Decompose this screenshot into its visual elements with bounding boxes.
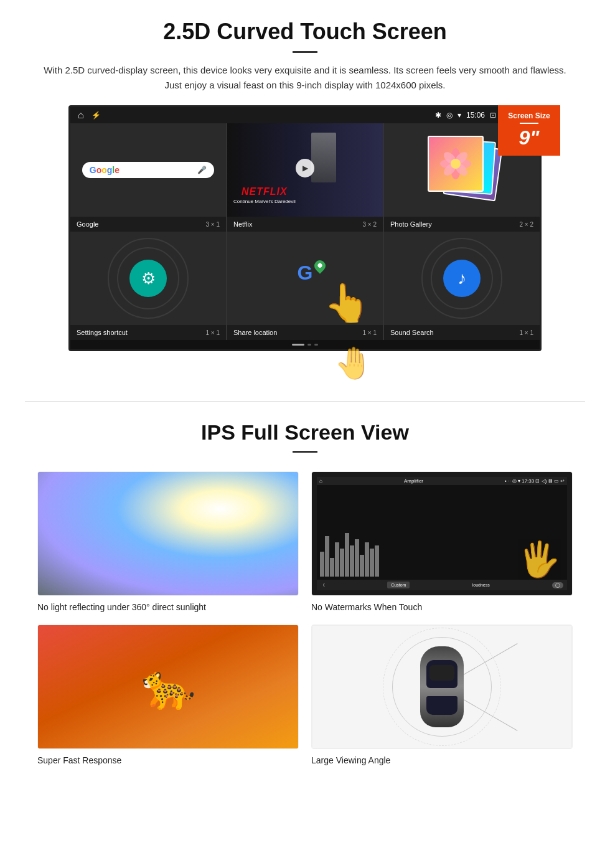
sunlight-bg — [38, 472, 298, 595]
feature-car: Large Viewing Angle — [311, 625, 573, 765]
settings-icon: ⚙ — [129, 260, 167, 297]
eq-bars — [320, 533, 379, 577]
hand-extension: 🤚 — [334, 345, 373, 381]
bar-2 — [325, 536, 329, 577]
maps-tile-label: Share location 1 × 1 — [227, 325, 383, 340]
amplifier-image: ⌂ Amplifier ▪ ·· ◎ ▾ 17:33 ⊡ ◁) ⊠ ▭ ↩ — [311, 471, 573, 596]
amp-nav-btn: 《 — [321, 582, 325, 588]
status-bar-left: ⌂ ⚡ — [78, 110, 101, 121]
google-label: Google — [77, 220, 98, 228]
dot-active — [292, 344, 304, 346]
dot-2 — [314, 344, 318, 346]
app-tile-maps[interactable]: G 👆 Share location 1 × 1 — [227, 232, 383, 340]
sound-icon: ♪ — [443, 260, 481, 297]
location-icon: ◎ — [446, 111, 453, 120]
gallery-stack — [425, 133, 499, 207]
maps-pin — [312, 258, 327, 273]
badge-size: 9" — [507, 126, 551, 149]
maps-size: 1 × 1 — [362, 329, 377, 336]
amp-custom-btn[interactable]: Custom — [387, 582, 410, 588]
amp-home: ⌂ — [319, 478, 322, 484]
stack-front — [428, 136, 484, 192]
amp-toggle[interactable]: ◯ — [552, 582, 563, 588]
netflix-tile-inner: ▶ NETFLIX Continue Marvel's Daredevil — [227, 123, 383, 217]
settings-size: 1 × 1 — [205, 329, 220, 336]
bluetooth-icon: ✱ — [435, 111, 441, 120]
gallery-size: 2 × 2 — [519, 221, 533, 228]
car-bg — [312, 625, 572, 748]
dot-1 — [307, 344, 311, 346]
sunlight-gradient — [38, 472, 298, 595]
share-tile-inner: G 👆 — [227, 232, 383, 325]
section-ips: IPS Full Screen View No light reflecting… — [0, 420, 610, 784]
daredevil-figure — [311, 133, 336, 182]
maps-label: Share location — [233, 329, 277, 336]
camera-icon: ⊡ — [490, 111, 496, 120]
netflix-play-btn[interactable]: ▶ — [296, 159, 314, 177]
g-maps-icon: G — [289, 263, 321, 294]
app-tile-sound[interactable]: ♪ Sound Search 1 × 1 — [384, 232, 540, 340]
netflix-tile-label: Netflix 3 × 2 — [227, 217, 383, 232]
sound-size: 1 × 1 — [519, 329, 533, 336]
netflix-label: Netflix — [233, 220, 253, 228]
svg-point-8 — [451, 159, 461, 169]
google-tile-label: Google 3 × 1 — [70, 217, 226, 232]
device-mockup: Screen Size 9" ⌂ ⚡ ✱ ◎ ▾ 15:06 ⊡ — [68, 105, 542, 351]
home-icon[interactable]: ⌂ — [78, 110, 84, 121]
google-tile-inner: Google 🎤 — [70, 123, 226, 217]
google-search-bar[interactable]: Google 🎤 — [82, 162, 215, 178]
amp-header: ⌂ Amplifier ▪ ·· ◎ ▾ 17:33 ⊡ ◁) ⊠ ▭ ↩ — [317, 477, 567, 485]
netflix-size: 3 × 2 — [362, 221, 377, 228]
app-tile-netflix[interactable]: ▶ NETFLIX Continue Marvel's Daredevil Ne… — [227, 123, 383, 232]
amplifier-caption: No Watermarks When Touch — [311, 602, 573, 612]
app-grid-row1: Google 🎤 Google 3 × 1 — [70, 123, 540, 232]
feature-sunlight: No light reflecting under 360° direct su… — [37, 471, 299, 612]
netflix-subtitle: Continue Marvel's Daredevil — [233, 199, 296, 204]
amp-loudness-label: loudness — [472, 583, 490, 587]
bar-11 — [370, 549, 374, 577]
sound-tile-label: Sound Search 1 × 1 — [384, 325, 540, 340]
app-tile-google[interactable]: Google 🎤 Google 3 × 1 — [70, 123, 226, 232]
mic-icon[interactable]: 🎤 — [197, 166, 207, 174]
hand-decoration: 🤚 — [0, 351, 610, 382]
cheetah-emoji: 🐆 — [38, 625, 298, 748]
cheetah-bg: 🐆 — [38, 625, 298, 748]
netflix-branding: NETFLIX Continue Marvel's Daredevil — [233, 186, 296, 204]
settings-label: Settings shortcut — [77, 329, 128, 336]
bar-8 — [355, 539, 359, 577]
maps-pin-dot — [317, 263, 323, 269]
amp-chart-area: 🖐 — [317, 485, 567, 580]
settings-tile-label: Settings shortcut 1 × 1 — [70, 325, 226, 340]
section2-divider — [293, 451, 317, 453]
cheetah-image: 🐆 — [37, 625, 299, 749]
badge-label: Screen Size — [507, 111, 551, 120]
usb-icon: ⚡ — [92, 111, 101, 120]
amp-title: Amplifier — [404, 478, 423, 484]
bar-12 — [375, 545, 379, 577]
amp-time: ▪ ·· ◎ ▾ 17:33 ⊡ ◁) ⊠ ▭ ↩ — [505, 478, 565, 484]
car-top-view — [420, 646, 464, 727]
title-divider — [293, 51, 317, 53]
app-tile-settings[interactable]: ⚙ Settings shortcut 1 × 1 — [70, 232, 226, 340]
time-display: 15:06 — [466, 111, 485, 120]
bar-7 — [350, 545, 354, 577]
screen-size-badge: Screen Size 9" — [498, 105, 560, 156]
section2-title: IPS Full Screen View — [37, 420, 573, 445]
page-indicator — [70, 340, 540, 349]
car-roof-view — [429, 665, 454, 681]
sound-tile-inner: ♪ — [384, 232, 540, 325]
device-screen: ⌂ ⚡ ✱ ◎ ▾ 15:06 ⊡ ◁) ⊠ ▭ — [68, 105, 542, 351]
page-divider — [25, 401, 585, 402]
car-container — [312, 626, 571, 748]
gallery-tile-label: Photo Gallery 2 × 2 — [384, 217, 540, 232]
section1-description: With 2.5D curved-display screen, this de… — [37, 63, 573, 93]
wifi-icon: ▾ — [458, 111, 461, 120]
cheetah-caption: Super Fast Response — [37, 755, 299, 765]
google-logo: Google — [90, 165, 120, 175]
g-letter: G — [298, 262, 313, 284]
hand-pointing-icon: 👆 — [324, 281, 370, 325]
settings-tile-inner: ⚙ — [70, 232, 226, 325]
bar-1 — [320, 552, 324, 577]
touch-hand-icon: 🖐 — [518, 539, 561, 580]
bar-6 — [345, 533, 349, 577]
